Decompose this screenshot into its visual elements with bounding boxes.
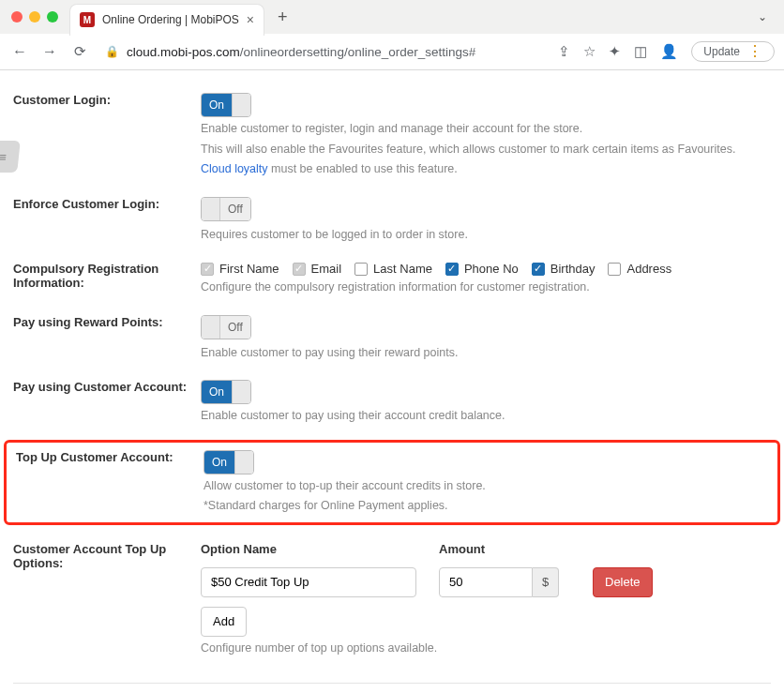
- toggle-off-label: Off: [220, 316, 250, 339]
- label-topup: Top Up Customer Account:: [16, 450, 204, 515]
- lock-icon: 🔒: [105, 45, 119, 58]
- help-customer-login-2: This will also enable the Favourites fea…: [201, 142, 771, 158]
- link-cloud-loyalty[interactable]: Cloud loyalty: [201, 162, 268, 175]
- tab-overflow-icon[interactable]: ⌄: [748, 10, 776, 23]
- toggle-knob: [202, 316, 220, 339]
- window-controls: [8, 11, 62, 23]
- url-field[interactable]: 🔒 cloud.mobi-pos.com/onlineordersetting/…: [99, 41, 549, 63]
- url-host: cloud.mobi-pos.com: [127, 45, 240, 59]
- help-compulsory-reg: Configure the compulsory registration in…: [201, 279, 771, 296]
- window-maximize-button[interactable]: [47, 11, 58, 23]
- add-button[interactable]: Add: [201, 607, 247, 637]
- forward-button[interactable]: →: [39, 43, 60, 60]
- row-reward-points: Pay using Reward Points: Off Enable cust…: [13, 306, 771, 371]
- update-label: Update: [703, 45, 740, 58]
- toggle-customer-login[interactable]: On: [201, 93, 251, 117]
- favicon: M: [80, 12, 95, 27]
- sidepanel-icon[interactable]: ◫: [634, 43, 647, 60]
- checkbox-label: Email: [311, 262, 342, 276]
- row-customer-account: Pay using Customer Account: On Enable cu…: [13, 370, 771, 434]
- toggle-off-label: Off: [220, 198, 250, 220]
- tab-strip: M Online Ordering | MobiPOS × + ⌄: [0, 0, 784, 34]
- toggle-on-label: On: [202, 381, 232, 403]
- help-topup-options: Configure number of top up options avail…: [201, 640, 771, 657]
- row-customer-login: Customer Login: On Enable customer to re…: [13, 83, 771, 188]
- help-reward-points: Enable customer to pay using their rewar…: [201, 345, 771, 362]
- toggle-reward-points[interactable]: Off: [201, 315, 251, 339]
- toggle-knob: [232, 94, 250, 116]
- label-reward-points: Pay using Reward Points:: [13, 315, 201, 362]
- help-topup-2: *Standard charges for Online Payment app…: [204, 498, 768, 515]
- row-enforce-login: Enforce Customer Login: Off Requires cus…: [13, 188, 771, 253]
- checkbox-email: ✓Email: [293, 262, 342, 276]
- highlight-topup: Top Up Customer Account: On Allow custom…: [4, 440, 780, 525]
- checkbox-box: ✓: [293, 263, 306, 276]
- extensions-icon[interactable]: ✦: [609, 43, 621, 60]
- input-amount[interactable]: [439, 567, 533, 597]
- checkbox-box: ✓: [445, 263, 459, 276]
- input-option-name[interactable]: [201, 567, 416, 597]
- checkbox-box: [354, 263, 368, 276]
- label-customer-account: Pay using Customer Account:: [13, 380, 201, 425]
- browser-chrome: M Online Ordering | MobiPOS × + ⌄ ← → ⟳ …: [0, 0, 784, 70]
- checkbox-label: Phone No: [464, 262, 519, 276]
- label-topup-options: Customer Account Top Up Options:: [13, 542, 201, 657]
- checkbox-address[interactable]: Address: [608, 262, 671, 276]
- checkbox-label: Birthday: [550, 262, 596, 276]
- help-topup-1: Allow customer to top-up their account c…: [204, 478, 768, 495]
- toggle-knob: [202, 198, 220, 220]
- help-enforce-login: Requires customer to be logged in to ord…: [201, 227, 771, 244]
- help-customer-login-1: Enable customer to register, login and m…: [201, 121, 771, 138]
- url-path: /onlineordersetting/online_order_setting…: [240, 45, 475, 59]
- help-customer-login-3: Cloud loyalty must be enabled to use thi…: [201, 161, 771, 178]
- tab-close-icon[interactable]: ×: [247, 12, 254, 27]
- window-minimize-button[interactable]: [29, 11, 40, 23]
- share-icon[interactable]: ⇪: [558, 43, 570, 60]
- settings-page: Customer Login: On Enable customer to re…: [0, 70, 784, 693]
- checkbox-box: ✓: [532, 263, 545, 276]
- address-bar: ← → ⟳ 🔒 cloud.mobi-pos.com/onlineorderse…: [0, 34, 784, 69]
- label-enforce-login: Enforce Customer Login:: [13, 197, 201, 244]
- bookmark-icon[interactable]: ☆: [583, 43, 596, 60]
- checkbox-box: [608, 263, 621, 276]
- toggle-topup[interactable]: On: [204, 450, 254, 475]
- help-customer-account: Enable customer to pay using their accou…: [201, 408, 771, 425]
- toggle-on-label: On: [202, 94, 232, 116]
- label-customer-login: Customer Login:: [13, 93, 201, 178]
- checkbox-label: Address: [626, 262, 671, 276]
- toggle-knob: [234, 451, 253, 474]
- drawer-handle[interactable]: ≡: [0, 141, 21, 173]
- row-topup: Top Up Customer Account: On Allow custom…: [16, 450, 768, 515]
- help-customer-login-3-rest: must be enabled to use this feature.: [268, 162, 458, 175]
- label-compulsory-reg: Compulsory Registration Information:: [13, 262, 201, 296]
- tab-title: Online Ordering | MobiPOS: [102, 13, 239, 26]
- new-tab-button[interactable]: +: [272, 8, 294, 27]
- divider: [13, 683, 771, 684]
- col-option-name: Option Name: [201, 542, 416, 556]
- delete-button[interactable]: Delete: [593, 567, 653, 597]
- checkbox-birthday[interactable]: ✓Birthday: [532, 262, 596, 276]
- checkbox-phone-no[interactable]: ✓Phone No: [445, 262, 519, 276]
- col-amount: Amount: [439, 542, 570, 556]
- currency-addon: $: [533, 567, 559, 597]
- toggle-customer-account[interactable]: On: [201, 380, 251, 404]
- checkbox-last-name[interactable]: Last Name: [354, 262, 432, 276]
- back-button[interactable]: ←: [9, 43, 30, 60]
- toggle-enforce-login[interactable]: Off: [201, 197, 251, 221]
- menu-icon[interactable]: ⋮: [747, 47, 762, 56]
- browser-tab[interactable]: M Online Ordering | MobiPOS ×: [69, 4, 264, 36]
- toolbar-icons: ⇪ ☆ ✦ ◫ 👤 Update ⋮: [558, 41, 775, 62]
- checkbox-label: Last Name: [373, 262, 432, 276]
- row-compulsory-reg: Compulsory Registration Information: ✓Fi…: [13, 252, 771, 306]
- reload-button[interactable]: ⟳: [69, 43, 90, 60]
- checkbox-box: ✓: [201, 263, 214, 276]
- checkbox-group-registration: ✓First Name✓EmailLast Name✓Phone No✓Birt…: [201, 262, 771, 276]
- checkbox-label: First Name: [219, 262, 279, 276]
- toggle-knob: [232, 381, 250, 403]
- window-close-button[interactable]: [11, 11, 23, 23]
- checkbox-first-name: ✓First Name: [201, 262, 279, 276]
- profile-icon[interactable]: 👤: [660, 43, 678, 60]
- update-button[interactable]: Update ⋮: [691, 41, 775, 62]
- row-topup-options: Customer Account Top Up Options: Option …: [13, 533, 771, 667]
- toggle-on-label: On: [204, 451, 234, 474]
